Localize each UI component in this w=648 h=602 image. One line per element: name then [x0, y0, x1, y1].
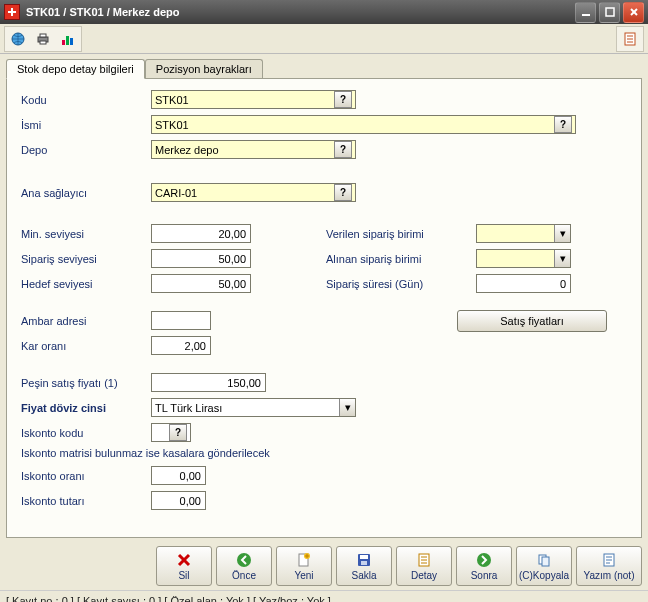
close-button[interactable] [623, 2, 644, 23]
label-ismi: İsmi [21, 119, 151, 131]
maximize-button[interactable] [599, 2, 620, 23]
svg-rect-1 [11, 8, 13, 16]
lookup-iskonto-kodu[interactable]: ? [169, 424, 187, 441]
input-iskonto-orani[interactable]: 0,00 [151, 466, 206, 485]
sonra-button[interactable]: Sonra [456, 546, 512, 586]
label-iskonto-tutari: Iskonto tutarı [21, 495, 151, 507]
kopyala-button[interactable]: (C)Kopyala [516, 546, 572, 586]
input-pesin-satis-fiyati[interactable]: 150,00 [151, 373, 266, 392]
label-hedef-seviyesi: Hedef seviyesi [21, 278, 151, 290]
tab-stok-depo-detay[interactable]: Stok depo detay bilgileri [6, 59, 145, 79]
svg-rect-12 [70, 38, 73, 45]
detay-button[interactable]: Detay [396, 546, 452, 586]
svg-rect-10 [62, 40, 65, 45]
svg-rect-3 [606, 8, 614, 16]
label-siparis-seviyesi: Sipariş seviyesi [21, 253, 151, 265]
combo-fiyat-doviz-cinsi[interactable]: TL Türk Lirası ▾ [151, 398, 356, 417]
minimize-button[interactable] [575, 2, 596, 23]
prev-icon [235, 551, 253, 569]
svg-rect-24 [361, 561, 367, 565]
detail-icon [415, 551, 433, 569]
svg-rect-31 [542, 557, 549, 566]
input-iskonto-kodu[interactable]: ? [151, 423, 191, 442]
lookup-ana-saglayici[interactable]: ? [334, 184, 352, 201]
toolbar [0, 24, 648, 54]
label-verilen-siparis-birimi: Verilen sipariş birimi [326, 228, 476, 240]
tab-pozisyon-bayraklari[interactable]: Pozisyon bayrakları [145, 59, 263, 79]
toolbar-print-button[interactable] [31, 28, 55, 50]
combo-alinan-siparis-birimi[interactable]: ▾ [476, 249, 571, 268]
satis-fiyatlari-button[interactable]: Satış fiyatları [457, 310, 607, 332]
status-text: [ Kayıt no : 0 ] [ Kayıt sayısı : 0 ] [ … [6, 595, 331, 603]
yeni-button[interactable]: Yeni [276, 546, 332, 586]
svg-rect-8 [40, 34, 46, 37]
lookup-depo[interactable]: ? [334, 141, 352, 158]
iskonto-note: Iskonto matrisi bulunmaz ise kasalara gö… [21, 447, 627, 459]
label-iskonto-orani: Iskonto oranı [21, 470, 151, 482]
toolbar-chart-button[interactable] [56, 28, 80, 50]
delete-icon [175, 551, 193, 569]
label-fiyat-doviz-cinsi: Fiyat döviz cinsi [21, 402, 151, 414]
input-ana-saglayici[interactable]: CARI-01 ? [151, 183, 356, 202]
svg-rect-2 [582, 14, 590, 16]
input-ismi[interactable]: STK01 ? [151, 115, 576, 134]
action-bar: Sil Önce Yeni Sakla Detay Sonra (C)Kopya… [0, 542, 648, 590]
lookup-kodu[interactable]: ? [334, 91, 352, 108]
label-kar-orani: Kar oranı [21, 340, 151, 352]
label-ambar-adresi: Ambar adresi [21, 315, 151, 327]
svg-point-29 [477, 553, 491, 567]
input-siparis-suresi[interactable]: 0 [476, 274, 571, 293]
label-ana-saglayici: Ana sağlayıcı [21, 187, 151, 199]
toolbar-sheet-button[interactable] [618, 28, 642, 50]
label-siparis-suresi: Sipariş süresi (Gün) [326, 278, 476, 290]
note-icon [600, 551, 618, 569]
input-depo[interactable]: Merkez depo ? [151, 140, 356, 159]
copy-icon [535, 551, 553, 569]
label-iskonto-kodu: Iskonto kodu [21, 427, 151, 439]
label-kodu: Kodu [21, 94, 151, 106]
label-depo: Depo [21, 144, 151, 156]
svg-rect-11 [66, 36, 69, 45]
label-alinan-siparis-birimi: Alınan sipariş birimi [326, 253, 476, 265]
toolbar-globe-button[interactable] [6, 28, 30, 50]
input-kar-orani[interactable]: 2,00 [151, 336, 211, 355]
next-icon [475, 551, 493, 569]
once-button[interactable]: Önce [216, 546, 272, 586]
lookup-ismi[interactable]: ? [554, 116, 572, 133]
sakla-button[interactable]: Sakla [336, 546, 392, 586]
yazim-button[interactable]: Yazım (not) [576, 546, 642, 586]
input-iskonto-tutari[interactable]: 0,00 [151, 491, 206, 510]
window-title: STK01 / STK01 / Merkez depo [26, 6, 575, 18]
title-bar: STK01 / STK01 / Merkez depo [0, 0, 648, 24]
input-hedef-seviyesi[interactable]: 50,00 [151, 274, 251, 293]
app-icon [4, 4, 20, 20]
sil-button[interactable]: Sil [156, 546, 212, 586]
svg-rect-9 [40, 41, 46, 44]
combo-verilen-siparis-birimi[interactable]: ▾ [476, 224, 571, 243]
label-min-seviyesi: Min. seviyesi [21, 228, 151, 240]
save-icon [355, 551, 373, 569]
status-bar: [ Kayıt no : 0 ] [ Kayıt sayısı : 0 ] [ … [0, 590, 648, 602]
new-icon [295, 551, 313, 569]
tabs: Stok depo detay bilgileri Pozisyon bayra… [0, 54, 648, 78]
input-siparis-seviyesi[interactable]: 50,00 [151, 249, 251, 268]
chevron-down-icon[interactable]: ▾ [554, 225, 570, 242]
chevron-down-icon[interactable]: ▾ [554, 250, 570, 267]
svg-rect-23 [360, 555, 368, 559]
svg-point-19 [237, 553, 251, 567]
input-ambar-adresi[interactable] [151, 311, 211, 330]
chevron-down-icon[interactable]: ▾ [339, 399, 355, 416]
input-kodu[interactable]: STK01 ? [151, 90, 356, 109]
label-pesin-satis-fiyati: Peşin satış fiyatı (1) [21, 377, 151, 389]
input-min-seviyesi[interactable]: 20,00 [151, 224, 251, 243]
form-panel: Kodu STK01 ? İsmi STK01 ? Depo Merkez de… [6, 78, 642, 538]
